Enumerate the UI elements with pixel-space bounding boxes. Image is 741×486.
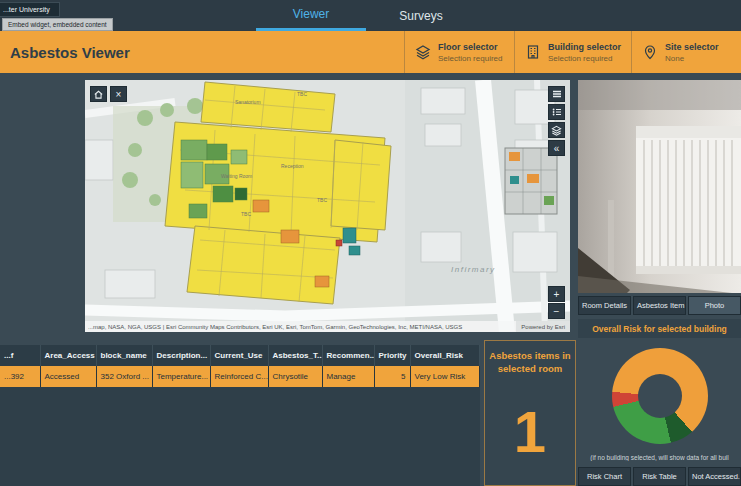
table-cell: 5 xyxy=(374,366,410,387)
column-header[interactable]: block_name xyxy=(96,345,152,366)
close-icon: × xyxy=(116,89,122,100)
map-label-tbc: TBC xyxy=(241,211,251,217)
selector-label: Building selector xyxy=(548,41,621,54)
table-cell: Very Low Risk xyxy=(410,366,480,387)
map-menu-button[interactable] xyxy=(548,86,565,102)
not-accessed-button[interactable]: Not Accessed... xyxy=(688,467,741,486)
tab-surveys[interactable]: Surveys xyxy=(366,0,476,31)
column-header[interactable]: Current_Use xyxy=(210,345,268,366)
map-label-waiting-room: Waiting Room xyxy=(221,173,252,179)
basemap: Sanatorium Waiting Room Reception TBC TB… xyxy=(85,80,570,332)
floor-selector[interactable]: Floor selector Selection required xyxy=(404,31,514,73)
map-view[interactable]: Sanatorium Waiting Room Reception TBC TB… xyxy=(85,80,570,332)
table-cell: 352 Oxford ... xyxy=(96,366,152,387)
overall-risk-header: Overall Risk for selected building xyxy=(578,319,741,339)
map-close-button[interactable]: × xyxy=(110,86,127,102)
right-panel: Room Details Asbestos Item Photo Overall… xyxy=(578,80,741,486)
asbestos-count-panel: Asbestos items in selected room 1 xyxy=(484,340,576,486)
table-row[interactable]: ...392Accessed352 Oxford ...Temperature.… xyxy=(0,366,480,387)
column-header[interactable]: ...f xyxy=(0,345,40,366)
zoom-out-button[interactable]: − xyxy=(548,303,565,319)
home-icon xyxy=(93,89,104,100)
building-selector[interactable]: Building selector Selection required xyxy=(514,31,631,73)
map-attribution: ...map, NASA, NGA, USGS | Esri Community… xyxy=(85,321,570,332)
table-cell: Chrysotile xyxy=(268,366,322,387)
asbestos-count-title: Asbestos items in selected room xyxy=(485,349,575,376)
table-cell: Temperature... xyxy=(152,366,210,387)
embed-widget-chip[interactable]: ...ter University xyxy=(0,2,60,17)
detail-tabs: Room Details Asbestos Item Photo xyxy=(578,296,741,315)
street-label-infirmary: Infirmary xyxy=(451,265,496,274)
app-header: Asbestos Viewer Floor selector Selection… xyxy=(0,31,741,73)
table-body: ...392Accessed352 Oxford ...Temperature.… xyxy=(0,366,480,387)
risk-chart-note: (if no building selected, will show data… xyxy=(578,454,741,461)
table-cell: Manage xyxy=(322,366,374,387)
map-label-tbc: TBC xyxy=(297,91,307,97)
column-header[interactable]: Priority xyxy=(374,345,410,366)
room-photo[interactable] xyxy=(578,80,741,293)
zoom-in-button[interactable]: + xyxy=(548,286,565,302)
legend-list-icon xyxy=(552,107,562,117)
site-selector[interactable]: Site selector None xyxy=(631,31,741,73)
column-header[interactable]: Asbestos_T... xyxy=(268,345,322,366)
powered-by-esri[interactable]: Powered by Esri xyxy=(516,321,570,332)
map-basemap-button[interactable] xyxy=(548,122,565,138)
risk-chart-button[interactable]: Risk Chart xyxy=(578,467,631,486)
hamburger-icon xyxy=(552,89,562,99)
map-label-sanatorium: Sanatorium xyxy=(235,99,261,105)
radiator-photo-graphic xyxy=(578,80,741,293)
table-cell: Accessed xyxy=(40,366,96,387)
embed-widget-tooltip: Embed widget, embedded content xyxy=(2,18,113,31)
attribute-table-panel[interactable]: ...fArea_Accessblock_nameDescription...C… xyxy=(0,345,480,486)
map-label-reception: Reception xyxy=(281,163,304,169)
column-header[interactable]: Description... xyxy=(152,345,210,366)
tab-viewer[interactable]: Viewer xyxy=(256,0,366,31)
map-collapse-button[interactable]: « xyxy=(548,140,565,156)
selector-label: Site selector xyxy=(665,41,719,54)
selector-value: Selection required xyxy=(548,54,621,63)
table-cell: ...392 xyxy=(0,366,40,387)
donut-hole xyxy=(638,374,682,418)
table-cell: Reinforced C... xyxy=(210,366,268,387)
attribute-table: ...fArea_Accessblock_nameDescription...C… xyxy=(0,345,480,387)
tab-photo[interactable]: Photo xyxy=(688,296,741,315)
risk-chart-area xyxy=(578,348,741,444)
column-header[interactable]: Overall_Risk xyxy=(410,345,480,366)
page-title: Asbestos Viewer xyxy=(10,44,130,61)
asbestos-viewer-app: Viewer Surveys ...ter University Embed w… xyxy=(0,0,741,486)
tab-room-details[interactable]: Room Details xyxy=(578,296,631,315)
attribution-text: ...map, NASA, NGA, USGS | Esri Community… xyxy=(85,324,516,330)
risk-donut[interactable] xyxy=(612,348,708,444)
map-label-tbc: TBC xyxy=(317,197,327,203)
risk-buttons: Risk Chart Risk Table Not Accessed... xyxy=(578,467,741,486)
tab-asbestos-item[interactable]: Asbestos Item xyxy=(633,296,686,315)
selector-group: Floor selector Selection required Buildi… xyxy=(404,31,741,73)
selector-label: Floor selector xyxy=(438,41,502,54)
layers-icon xyxy=(415,44,431,60)
selector-value: Selection required xyxy=(438,54,502,63)
map-pin-icon xyxy=(642,44,658,60)
selector-value: None xyxy=(665,54,719,63)
column-header[interactable]: Recommen... xyxy=(322,345,374,366)
basemap-layers-icon xyxy=(551,125,562,136)
building-icon xyxy=(525,44,541,60)
map-legend-button[interactable] xyxy=(548,104,565,120)
map-home-button[interactable] xyxy=(90,86,107,102)
table-header-row: ...fArea_Accessblock_nameDescription...C… xyxy=(0,345,480,366)
column-header[interactable]: Area_Access xyxy=(40,345,96,366)
risk-table-button[interactable]: Risk Table xyxy=(633,467,686,486)
asbestos-count-value: 1 xyxy=(514,398,546,465)
